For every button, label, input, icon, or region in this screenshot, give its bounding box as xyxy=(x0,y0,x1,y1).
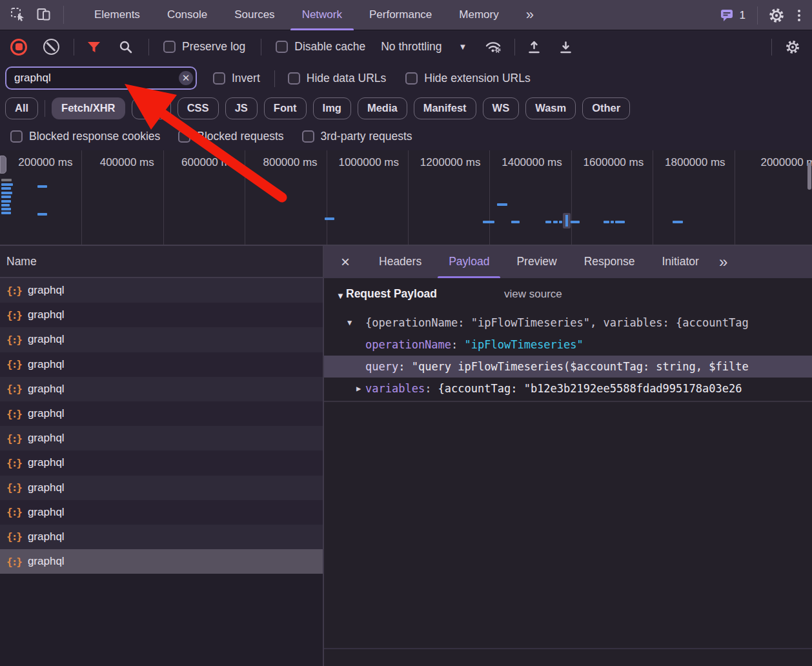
clear-filter-icon[interactable]: ✕ xyxy=(179,71,193,85)
detail-tab-payload[interactable]: Payload xyxy=(435,246,503,278)
name-column-header[interactable]: Name xyxy=(0,246,323,278)
filter-chip-media[interactable]: Media xyxy=(358,97,407,119)
throttling-select[interactable]: No throttling xyxy=(381,40,442,54)
invert-checkbox[interactable] xyxy=(213,72,225,85)
issues-icon[interactable] xyxy=(720,8,735,23)
tab-network[interactable]: Network xyxy=(289,0,356,30)
filter-chip-doc[interactable]: Doc xyxy=(132,97,171,119)
timeline-tick-label: 1400000 ms xyxy=(485,156,562,169)
payload-text-segment: : xyxy=(425,382,438,395)
network-conditions-icon[interactable] xyxy=(485,40,502,54)
timeline-scrollbar-handle[interactable] xyxy=(807,163,811,190)
filter-chip-font[interactable]: Font xyxy=(264,97,307,119)
filter-chip-css[interactable]: CSS xyxy=(178,97,219,119)
more-tabs-chevron[interactable]: » xyxy=(513,0,547,30)
tab-performance[interactable]: Performance xyxy=(356,0,445,30)
filter-chip-all[interactable]: All xyxy=(5,97,38,119)
request-row[interactable]: {:}graphql xyxy=(0,450,323,475)
network-overview-timeline[interactable]: 200000 ms400000 ms600000 ms800000 ms1000… xyxy=(0,150,812,246)
request-row[interactable]: {:}graphql xyxy=(0,426,323,450)
3rd-party-requests-checkbox[interactable] xyxy=(302,130,314,143)
detail-tab-initiator[interactable]: Initiator xyxy=(648,246,712,278)
import-har-icon[interactable] xyxy=(527,39,542,54)
section-expander-icon[interactable]: ▼ xyxy=(336,291,345,301)
timeline-tick-label: 800000 ms xyxy=(240,156,318,169)
timeline-tick-label: 400000 ms xyxy=(77,156,154,169)
waterfall-bar xyxy=(511,221,520,223)
disable-cache-checkbox[interactable] xyxy=(276,41,288,53)
detail-tab-headers[interactable]: Headers xyxy=(365,246,435,278)
more-options-kebab-icon[interactable] xyxy=(795,7,803,24)
issues-count: 1 xyxy=(740,9,746,22)
request-row[interactable]: {:}graphql xyxy=(0,476,323,500)
request-row[interactable]: {:}graphql xyxy=(0,401,323,426)
payload-row[interactable]: ▶variables: {accountTag: "b12e3b2192ee55… xyxy=(324,378,812,399)
json-request-icon: {:} xyxy=(6,457,21,469)
toolbar-divider xyxy=(771,39,772,56)
json-request-icon: {:} xyxy=(6,309,21,321)
filter-funnel-icon[interactable] xyxy=(87,41,101,53)
waterfall-bar xyxy=(611,221,614,223)
request-name: graphql xyxy=(28,358,65,371)
request-row[interactable]: {:}graphql xyxy=(0,549,323,574)
tab-sources[interactable]: Sources xyxy=(221,0,288,30)
detail-tabstrip: × HeadersPayloadPreviewResponseInitiator… xyxy=(324,246,812,278)
payload-text-segment: : xyxy=(398,360,411,373)
request-detail-panel: × HeadersPayloadPreviewResponseInitiator… xyxy=(324,246,812,666)
waterfall-bar xyxy=(1,196,11,198)
request-row[interactable]: {:}graphql xyxy=(0,377,323,401)
blocked-response-cookies-checkbox[interactable] xyxy=(10,130,23,143)
payload-row[interactable]: query: "query ipFlowTimeseries($accountT… xyxy=(324,356,812,378)
hide-data-urls-checkbox[interactable] xyxy=(288,72,300,85)
clear-network-log-button[interactable] xyxy=(43,39,59,55)
expanded-arrow-icon[interactable]: ▼ xyxy=(347,312,352,334)
hide-extension-urls-checkbox[interactable] xyxy=(405,72,418,85)
timeline-left-scroll-handle[interactable] xyxy=(0,156,6,174)
request-row[interactable]: {:}graphql xyxy=(0,525,323,549)
json-request-icon: {:} xyxy=(6,530,21,543)
export-har-icon[interactable] xyxy=(558,39,573,54)
filter-input[interactable] xyxy=(5,66,197,90)
waterfall-bar xyxy=(1,183,13,186)
preserve-log-checkbox[interactable] xyxy=(163,41,176,53)
request-row[interactable]: {:}graphql xyxy=(0,500,323,525)
request-row[interactable]: {:}graphql xyxy=(0,352,323,377)
tab-memory[interactable]: Memory xyxy=(445,0,512,30)
blocked-filter-group: Blocked response cookies xyxy=(10,130,160,143)
json-request-icon: {:} xyxy=(6,358,21,370)
filter-chip-js[interactable]: JS xyxy=(225,97,258,119)
close-detail-icon[interactable]: × xyxy=(336,253,355,271)
network-settings-gear-icon[interactable] xyxy=(785,39,800,55)
device-toolbar-icon[interactable] xyxy=(36,7,52,23)
request-row[interactable]: {:}graphql xyxy=(0,327,323,352)
filter-chip-other[interactable]: Other xyxy=(582,97,630,119)
tab-console[interactable]: Console xyxy=(154,0,221,30)
inspect-element-icon[interactable] xyxy=(10,7,26,23)
filter-chip-wasm[interactable]: Wasm xyxy=(525,97,576,119)
record-network-log-button[interactable] xyxy=(10,39,27,56)
payload-text-segment: "ipFlowTimeseries" xyxy=(465,338,584,351)
blocked-requests-checkbox[interactable] xyxy=(178,130,190,143)
settings-gear-icon[interactable] xyxy=(768,7,785,24)
request-name: graphql xyxy=(28,407,65,420)
tab-elements[interactable]: Elements xyxy=(81,0,154,30)
filter-chip-fetchxhr[interactable]: Fetch/XHR xyxy=(52,97,125,119)
search-icon[interactable] xyxy=(119,40,133,54)
detail-tab-response[interactable]: Response xyxy=(571,246,649,278)
toolbar-divider xyxy=(274,70,275,87)
payload-row[interactable]: operationName: "ipFlowTimeseries" xyxy=(324,334,812,356)
more-detail-tabs-chevron[interactable]: » xyxy=(719,246,727,278)
request-row[interactable]: {:}graphql xyxy=(0,278,323,303)
filter-chip-manifest[interactable]: Manifest xyxy=(414,97,476,119)
hide-data-urls-label: Hide data URLs xyxy=(307,72,387,85)
payload-row[interactable]: ▼{operationName: "ipFlowTimeseries", var… xyxy=(324,312,812,334)
detail-tab-preview[interactable]: Preview xyxy=(503,246,570,278)
detail-tabs: HeadersPayloadPreviewResponseInitiator xyxy=(365,246,713,278)
request-row[interactable]: {:}graphql xyxy=(0,303,323,327)
json-request-icon: {:} xyxy=(6,506,21,518)
filter-chip-ws[interactable]: WS xyxy=(483,97,520,119)
filter-chip-img[interactable]: Img xyxy=(313,97,351,119)
collapsed-arrow-icon[interactable]: ▶ xyxy=(356,378,361,399)
devtools-window: ElementsConsoleSourcesNetworkPerformance… xyxy=(0,0,812,666)
view-source-link[interactable]: view source xyxy=(504,288,562,301)
